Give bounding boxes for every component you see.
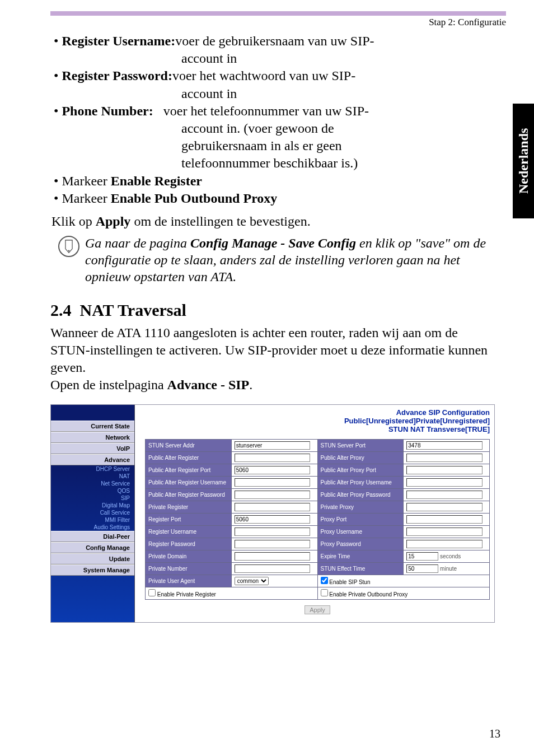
menu-systemmanage[interactable]: System Manage — [51, 564, 134, 576]
cfg-input[interactable] — [235, 478, 311, 487]
submenu-nat[interactable]: NAT — [51, 473, 134, 480]
label-phone: Phone Number: — [62, 104, 163, 118]
cfg-input[interactable] — [406, 515, 483, 524]
bullet-register-username: • Register Username:voer de gebruikersna… — [54, 32, 495, 50]
config-table: STUN Server AddrSTUN Server PortPublic A… — [145, 439, 490, 600]
menu-configmanage[interactable]: Config Manage — [51, 542, 134, 553]
screenshot-sidebar: Current State Network VoIP Advance DHCP … — [51, 405, 135, 622]
menu-network[interactable]: Network — [51, 432, 134, 443]
cfg-value — [231, 464, 317, 476]
cfg-value — [404, 513, 490, 525]
cfg-value: seconds — [404, 550, 490, 562]
page-number: 13 — [489, 727, 500, 740]
menu-voip[interactable]: VoIP — [51, 443, 134, 454]
submenu-dhcp[interactable]: DHCP Server — [51, 465, 134, 473]
submenu-netservice[interactable]: Net Service — [51, 480, 134, 487]
cfg-input[interactable] — [235, 552, 311, 561]
bullet-phone-cont3: telefoonnummer beschikbaar is.) — [181, 155, 495, 172]
cfg-value — [231, 525, 317, 538]
bullet-reg-user-cont: account in — [181, 50, 495, 67]
cfg-label: Public Alter Register — [146, 451, 232, 464]
cfg-input[interactable] — [235, 491, 311, 499]
bullet-enable-register: • Markeer Enable Register — [54, 172, 495, 190]
cfg-input[interactable] — [235, 564, 311, 573]
cfg-input[interactable] — [406, 564, 438, 573]
menu-advance[interactable]: Advance — [51, 454, 134, 465]
submenu-mmifilter[interactable]: MMI Filter — [51, 516, 134, 524]
shot-title-1: Advance SIP Configuration — [145, 408, 490, 417]
note-block: Ga naar de pagina Config Manage - Save C… — [58, 235, 495, 285]
label-reg-pass: Register Password: — [62, 68, 172, 83]
enable-sip-stun-checkbox[interactable] — [321, 577, 328, 584]
label-reg-user: Register Username: — [62, 34, 175, 48]
cfg-input[interactable] — [235, 528, 311, 536]
cfg-value — [404, 501, 490, 513]
bullet-phone-cont2: gebruikersnaam in als er geen — [181, 137, 495, 155]
cfg-label: Private Number — [146, 562, 232, 575]
cfg-label: Proxy Username — [317, 525, 404, 538]
cfg-value — [404, 538, 490, 550]
cfg-label: Public Alter Register Port — [146, 464, 232, 476]
cfg-label: Public Alter Register Username — [146, 476, 232, 488]
cfg-label: Expire Time — [317, 550, 404, 562]
cfg-value — [231, 476, 317, 488]
cfg-input[interactable] — [235, 540, 311, 548]
cfg-input[interactable] — [406, 478, 483, 487]
cfg-value — [404, 439, 490, 451]
cfg-label: STUN Effect Time — [317, 562, 404, 575]
cfg-value — [231, 451, 317, 464]
cfg-label: Public Alter Proxy Username — [317, 476, 404, 488]
submenu-digitalmap[interactable]: Digital Map — [51, 502, 134, 509]
submenu-audio[interactable]: Audio Settings — [51, 524, 134, 531]
note-text: Ga naar de pagina Config Manage - Save C… — [85, 235, 495, 285]
cfg-label: Public Alter Register Password — [146, 488, 232, 501]
screenshot-advance-sip: Current State Network VoIP Advance DHCP … — [50, 404, 495, 623]
cfg-label: Register Username — [146, 525, 232, 538]
cfg-value — [404, 476, 490, 488]
submenu-qos[interactable]: QOS — [51, 487, 134, 494]
cfg-input[interactable] — [406, 454, 483, 462]
cfg-label: Private User Agent — [146, 575, 232, 587]
svg-point-0 — [68, 250, 70, 251]
user-agent-select[interactable]: common — [235, 577, 269, 585]
cfg-input[interactable] — [235, 503, 311, 511]
cfg-input[interactable] — [406, 491, 483, 499]
cfg-value — [404, 488, 490, 501]
cfg-label: Public Alter Proxy Password — [317, 488, 404, 501]
apply-button[interactable]: Apply — [305, 605, 330, 614]
cfg-input[interactable] — [235, 515, 311, 524]
submenu-callservice[interactable]: Call Service — [51, 509, 134, 516]
cfg-value — [404, 451, 490, 464]
shot-title-2: Public[Unregistered]Private[Unregistered… — [145, 417, 490, 425]
menu-current-state[interactable]: Current State — [51, 421, 134, 432]
language-side-tab: Nederlands — [513, 104, 534, 218]
cfg-input[interactable] — [406, 503, 483, 511]
cfg-value: common — [231, 575, 317, 587]
submenu-sip[interactable]: SIP — [51, 494, 134, 502]
cfg-label: Public Alter Proxy — [317, 451, 404, 464]
cfg-value — [231, 488, 317, 501]
cfg-value — [404, 525, 490, 538]
cfg-label: Private Domain — [146, 550, 232, 562]
cfg-input[interactable] — [235, 466, 311, 474]
enable-private-register-checkbox[interactable] — [148, 589, 156, 596]
enable-private-outbound-checkbox[interactable] — [321, 589, 328, 596]
menu-dialpeer[interactable]: Dial-Peer — [51, 531, 134, 542]
bullet-enable-proxy: • Markeer Enable Pub Outbound Proxy — [54, 190, 495, 207]
cfg-input[interactable] — [406, 528, 483, 536]
cfg-label: Private Proxy — [317, 501, 404, 513]
cfg-input[interactable] — [235, 454, 311, 462]
cfg-input[interactable] — [406, 540, 483, 548]
cfg-input[interactable] — [406, 552, 438, 561]
cfg-label: Register Password — [146, 538, 232, 550]
cfg-value — [231, 562, 317, 575]
bullet-phone: • Phone Number: voer het telefoonnummer … — [54, 102, 495, 120]
cfg-label: Enable SIP Stun — [317, 575, 490, 587]
breadcrumb: Stap 2: Configuratie — [50, 17, 506, 28]
cfg-value — [231, 513, 317, 525]
cfg-label: Public Alter Proxy Port — [317, 464, 404, 476]
cfg-input[interactable] — [406, 441, 483, 450]
cfg-input[interactable] — [406, 466, 483, 474]
cfg-input[interactable] — [235, 441, 311, 450]
menu-update[interactable]: Update — [51, 553, 134, 564]
